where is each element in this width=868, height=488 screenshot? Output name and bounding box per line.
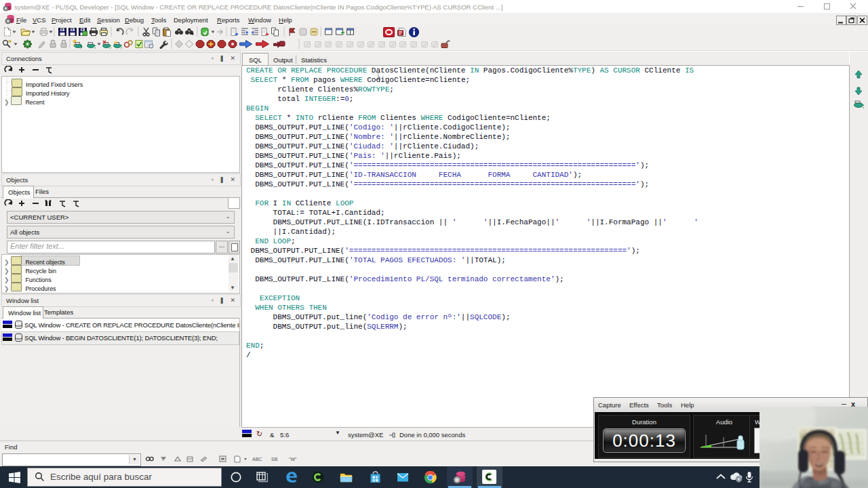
svg-text:"W": "W" bbox=[289, 457, 297, 462]
svg-text:SB: SB bbox=[271, 457, 278, 462]
svg-text:ABC: ABC bbox=[252, 457, 262, 462]
